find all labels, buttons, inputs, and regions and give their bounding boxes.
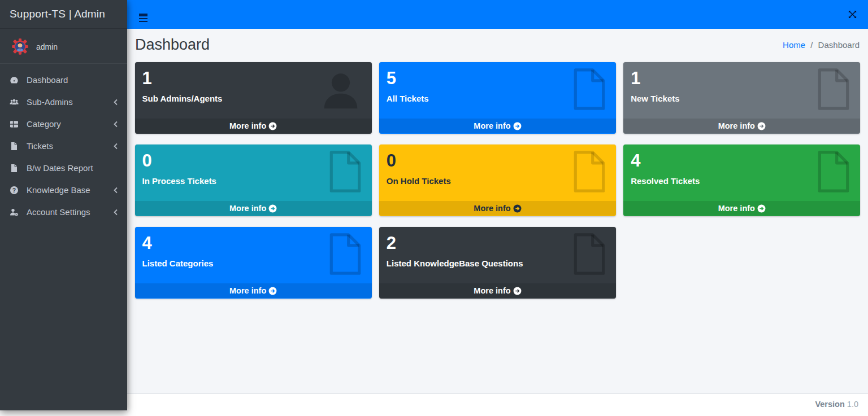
- chevron-left-icon: [113, 121, 119, 128]
- file-icon: [328, 233, 363, 278]
- user-avatar: [11, 37, 29, 56]
- more-info-link[interactable]: More info: [135, 201, 372, 216]
- sidebar-item-label: Category: [27, 119, 113, 129]
- user-name: admin: [36, 42, 58, 51]
- tachometer-icon: [10, 76, 21, 85]
- users-icon: [10, 98, 21, 107]
- version-value: 1.0: [847, 400, 858, 409]
- user-gear-icon: [10, 208, 21, 217]
- breadcrumb: Home / Dashboard: [783, 40, 860, 50]
- file-icon: [572, 233, 607, 278]
- breadcrumb-current: Dashboard: [818, 40, 860, 50]
- sidebar-toggle-button[interactable]: [139, 12, 147, 17]
- more-info-link[interactable]: More info: [379, 201, 616, 216]
- file-icon: [328, 150, 363, 195]
- breadcrumb-home-link[interactable]: Home: [783, 40, 805, 50]
- sidebar-item-label: B/w Dates Report: [27, 163, 119, 173]
- chevron-left-icon: [113, 143, 119, 150]
- sidebar-item-category[interactable]: Category: [0, 113, 127, 135]
- sidebar-item-label: Tickets: [27, 141, 113, 151]
- question-circle-icon: ?: [10, 186, 21, 195]
- svg-text:?: ?: [12, 186, 16, 193]
- fullscreen-button[interactable]: [848, 10, 857, 19]
- sidebar-item-label: Account Settings: [27, 207, 113, 217]
- info-box-all-tickets: 5 All Tickets More info: [379, 62, 616, 134]
- page-footer: Version1.0: [127, 393, 868, 416]
- sidebar-item-label: Dashboard: [27, 75, 119, 85]
- user-icon: [319, 68, 363, 114]
- sidebar-item-knowledge-base[interactable]: ? Knowledge Base: [0, 179, 127, 201]
- more-info-link[interactable]: More info: [135, 283, 372, 298]
- sidebar: Support-TS | Admin: [0, 0, 127, 410]
- brand-text: Support-TS | Admin: [10, 8, 105, 20]
- brand-logo[interactable]: Support-TS | Admin: [0, 0, 127, 29]
- info-box-resolved-tickets: 4 Resolved Tickets More info: [623, 144, 860, 216]
- more-info-link[interactable]: More info: [623, 119, 860, 133]
- info-box-new-tickets: 1 New Tickets More info: [623, 62, 860, 134]
- content-area: Dashboard Home / Dashboard 1 Sub Admins/…: [127, 29, 868, 393]
- info-box-in-process-tickets: 0 In Process Tickets More info: [135, 144, 372, 216]
- more-info-link[interactable]: More info: [379, 283, 616, 298]
- chevron-left-icon: [113, 209, 119, 216]
- info-box-sub-admins: 1 Sub Admins/Agents More info: [135, 62, 372, 134]
- sidebar-menu: Dashboard Sub-Admins Category: [0, 64, 127, 223]
- expand-arrows-icon: [848, 10, 857, 19]
- breadcrumb-separator: /: [810, 40, 813, 50]
- file-icon: [572, 68, 607, 113]
- sidebar-item-tickets[interactable]: Tickets: [0, 135, 127, 157]
- table-icon: [10, 120, 21, 129]
- file-icon: [10, 142, 21, 151]
- sidebar-item-label: Sub-Admins: [27, 97, 113, 107]
- more-info-link[interactable]: More info: [135, 119, 372, 133]
- sidebar-item-sub-admins[interactable]: Sub-Admins: [0, 91, 127, 113]
- file-icon: [10, 164, 21, 173]
- version-label: Version: [815, 400, 844, 409]
- info-box-listed-categories: 4 Listed Categories More info: [135, 227, 372, 299]
- chevron-left-icon: [113, 99, 119, 106]
- info-box-knowledgebase-questions: 2 Listed KnowledgeBase Questions More in…: [379, 227, 616, 299]
- hamburger-icon: [139, 14, 147, 15]
- file-icon: [816, 150, 851, 195]
- sidebar-item-dashboard[interactable]: Dashboard: [0, 69, 127, 91]
- more-info-link[interactable]: More info: [379, 119, 616, 133]
- user-panel: admin: [0, 29, 127, 64]
- file-icon: [816, 68, 851, 113]
- sidebar-item-account-settings[interactable]: Account Settings: [0, 201, 127, 223]
- file-icon: [572, 150, 607, 195]
- sidebar-item-label: Knowledge Base: [27, 185, 113, 195]
- sidebar-item-bw-dates-report[interactable]: B/w Dates Report: [0, 157, 127, 179]
- more-info-link[interactable]: More info: [623, 201, 860, 216]
- top-navbar: [127, 0, 868, 29]
- chevron-left-icon: [113, 187, 119, 194]
- info-box-on-hold-tickets: 0 On Hold Tickets More info: [379, 144, 616, 216]
- page-title: Dashboard: [135, 36, 210, 54]
